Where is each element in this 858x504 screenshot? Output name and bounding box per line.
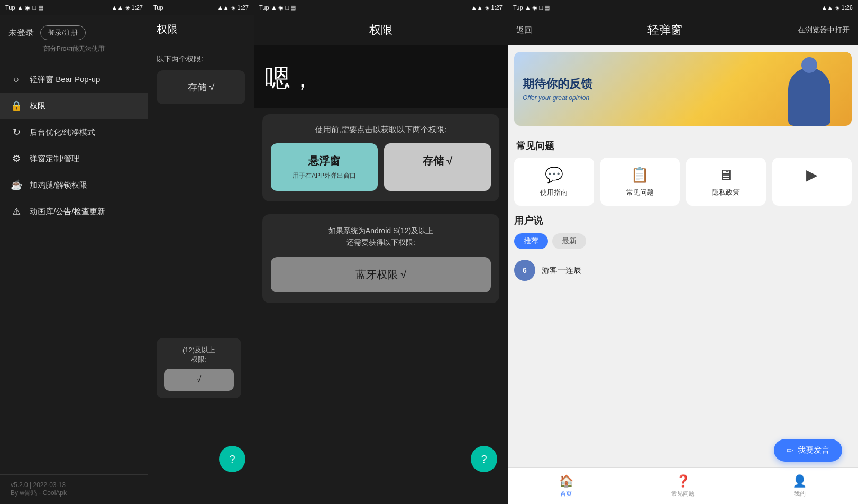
comment-fab[interactable]: ✏ 我要发言 [774,439,842,462]
floating-window-card[interactable]: 悬浮窗 用于在APP外弹出窗口 [271,143,378,191]
banner-title: 期待你的反馈 [523,76,592,92]
floating-window-title: 悬浮窗 [277,154,371,168]
perm-section-1: 使用前,需要点击以获取以下两个权限: 悬浮窗 用于在APP外弹出窗口 存储 √ [262,114,499,201]
status-app-name: Tup [5,4,15,11]
perm-fg-header: 权限 [254,15,508,45]
comment-fab-icon: ✏ [787,446,793,455]
storage-card[interactable]: 存储 √ [384,143,491,191]
perm-fg-wifi: ◈ [485,4,489,11]
home-icon: 🏠 [559,474,573,488]
banner-person-illustration [788,68,830,126]
storage-title: 存储 √ [390,154,485,168]
perm-fg-fab[interactable]: ? [471,446,497,472]
popup-manage-label: 弹窗定制/管理 [30,154,79,164]
user-name: 游客一连辰 [542,265,581,276]
login-register-button[interactable]: 登录/注册 [40,25,86,40]
updates-icon: ⚠ [11,206,22,217]
tab-latest[interactable]: 最新 [552,233,586,249]
perm-bg-status-right: ▲▲ ◈ 1:27 [217,4,249,11]
sidebar-item-background[interactable]: ↻ 后台优化/纯净模式 [0,119,148,145]
perm-bg-fab-icon: ? [229,453,235,465]
bluetooth-label: 蓝牙权限 √ [355,269,407,280]
version-text: v5.2.0 | 2022-03-13 [11,481,138,489]
lightwin-panel: Tup ▲ ◉ □ ▤ ▲▲ ◈ 1:26 返回 轻弹窗 在浏览器中打开 期待你… [508,0,858,504]
lw-content: 期待你的反馈 Offer your great opinion 常见问题 💬 使… [508,45,858,504]
nav-home[interactable]: 🏠 首页 [508,474,625,498]
bear-popup-icon: ○ [11,74,22,85]
feedback-banner[interactable]: 期待你的反馈 Offer your great opinion [514,52,852,126]
perm-hero-section: 嗯， [254,45,508,108]
sidebar-menu: ○ 轻弹窗 Bear Pop-up 🔒 权限 ↻ 后台优化/纯净模式 ⚙ 弹窗定… [0,62,148,474]
perm-fg-fab-icon: ? [481,453,487,465]
lw-status-bar: Tup ▲ ◉ □ ▤ ▲▲ ◈ 1:26 [508,0,858,15]
open-in-browser-button[interactable]: 在浏览器中打开 [798,25,850,35]
bear-popup-label: 轻弹窗 Bear Pop-up [30,75,100,85]
sidebar-item-permissions[interactable]: 🔒 权限 [0,93,148,119]
users-section-title: 用户说 [514,214,852,227]
lw-title: 轻弹窗 [532,22,798,38]
perm-fg-title: 权限 [369,23,393,36]
user-avatar: 6 [514,260,535,281]
lw-header: 返回 轻弹窗 在浏览器中打开 [508,15,858,45]
perm-fg-time: 1:27 [491,4,503,11]
perm-bg-card2: √ [164,369,234,391]
status-icon-1: ▲ [17,4,23,11]
sidebar-item-popup-manage[interactable]: ⚙ 弹窗定制/管理 [0,145,148,172]
perm-bg-time: 1:27 [238,4,249,11]
updates-label: 动画库/公告/检查更新 [30,207,105,217]
nav-faq-label: 常见问题 [671,490,695,498]
perm-section1-title: 使用前,需要点击以获取以下两个权限: [271,125,491,135]
users-section: 用户说 推荐 最新 6 游客一连辰 [514,214,852,285]
perm-hero-text: 嗯， [264,61,497,95]
tab-recommend[interactable]: 推荐 [514,233,548,249]
perm-fg-status-right: ▲▲ ◈ 1:27 [471,4,503,11]
faq-item-guide[interactable]: 💬 使用指南 [514,158,594,206]
lw-time: 1:26 [842,4,853,11]
sidebar-item-bear-popup[interactable]: ○ 轻弹窗 Bear Pop-up [0,67,148,93]
faq-icon: 📋 [631,166,649,184]
author-text: By w骨鸡 - CoolApk [11,489,138,498]
perm-bg-status-left: Tup [153,4,163,11]
perm-fg-signal: ▲▲ [471,4,483,11]
lw-wifi: ◈ [835,4,839,11]
sidebar-item-unlock[interactable]: ☕ 加鸡腿/解锁权限 [0,172,148,198]
guide-icon: 💬 [545,166,563,184]
profile-label: 我的 [794,490,806,498]
perm-section-android: 如果系统为Android S(12)及以上 还需要获得以下权限: 蓝牙权限 √ [262,214,499,303]
perm-bg-wifi: ◈ [231,4,235,11]
bluetooth-card[interactable]: 蓝牙权限 √ [271,257,491,292]
lw-app-name: Tup [513,4,523,11]
sidebar-footer: v5.2.0 | 2022-03-13 By w骨鸡 - CoolApk [0,474,148,504]
faq-item-extra[interactable]: ▶ [772,158,852,206]
nav-faq[interactable]: ❓ 常见问题 [625,474,742,498]
nav-profile[interactable]: 👤 我的 [741,474,858,498]
back-button[interactable]: 返回 [516,25,532,35]
perm-bg-fab[interactable]: ? [219,446,245,472]
faq-icons-row: 💬 使用指南 📋 常见问题 🖥 隐私政策 ▶ [508,158,858,214]
wifi-icon: ◈ [125,4,130,11]
home-label: 首页 [560,490,572,498]
pro-warning-text: "部分Pro功能无法使用" [8,44,140,53]
sidebar-item-updates[interactable]: ⚠ 动画库/公告/检查更新 [0,198,148,225]
status-icon-2: ◉ [25,4,30,11]
status-left: Tup ▲ ◉ □ ▤ [5,4,43,11]
status-right: ▲▲ ◈ 1:27 [112,4,143,11]
faq-item-privacy[interactable]: 🖥 隐私政策 [686,158,766,206]
username-label: 未登录 [8,28,34,39]
permission-fg-panel: Tup ▲ ◉ □ ▤ ▲▲ ◈ 1:27 权限 嗯， 使用前,需要点击以获取以… [254,0,508,504]
unlock-icon: ☕ [11,179,22,191]
perm-fg-app-name: Tup [259,4,269,11]
privacy-label: 隐私政策 [712,188,740,197]
nav-faq-icon: ❓ [676,474,690,488]
faq-label: 常见问题 [626,188,654,197]
perm-fg-icons: ▲ ◉ □ ▤ [271,4,296,11]
perm-bg-signal: ▲▲ [217,4,229,11]
faq-item-faq[interactable]: 📋 常见问题 [600,158,680,206]
sidebar-panel: Tup ▲ ◉ □ ▤ ▲▲ ◈ 1:27 未登录 登录/注册 "部分Pro功能… [0,0,148,504]
status-icon-3: □ [32,4,36,11]
user-row-1: 6 游客一连辰 [514,255,852,285]
perm-bg-android-text: (12)及以上权限: [164,345,234,364]
bottom-nav: 🏠 首页 ❓ 常见问题 👤 我的 [508,467,858,504]
status-icon-4: ▤ [38,4,43,11]
comment-fab-label: 我要发言 [798,445,829,455]
